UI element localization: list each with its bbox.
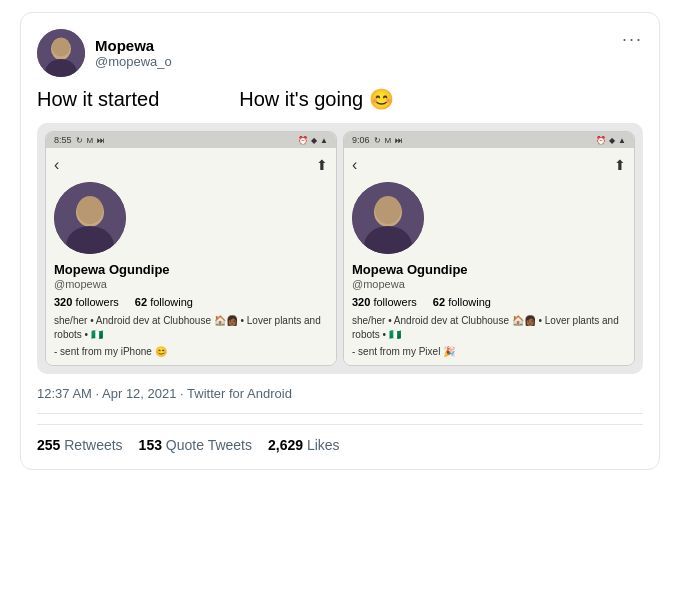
display-name: Mopewa xyxy=(95,37,172,54)
back-button-left[interactable]: ‹ xyxy=(54,156,59,174)
user-info: Mopewa @mopewa_o xyxy=(95,37,172,69)
alarm-icon-left: ⏰ xyxy=(298,136,308,145)
tweet-meta: 12:37 AM · Apr 12, 2021 · Twitter for An… xyxy=(37,386,643,401)
retweets-label: Retweets xyxy=(64,437,122,453)
svg-point-7 xyxy=(77,196,103,224)
avatar-image xyxy=(37,29,85,77)
retweets-stat[interactable]: 255 Retweets xyxy=(37,437,123,453)
status-bar-right-left-section: 9:06 ↻ M ⏭ xyxy=(352,135,403,145)
share-button-left[interactable]: ⬆ xyxy=(316,157,328,173)
signal-bars-left: ▲ xyxy=(320,136,328,145)
divider-top xyxy=(37,413,643,414)
phone-frame-left: 8:55 ↻ M ⏭ ⏰ ◆ ▲ ‹ ⬆ xyxy=(45,131,337,366)
status-bar-right: 9:06 ↻ M ⏭ ⏰ ◆ ▲ xyxy=(344,132,634,148)
status-bar-right-right-section: ⏰ ◆ ▲ xyxy=(596,136,626,145)
time-left: 8:55 xyxy=(54,135,72,145)
signal-bars-right: ▲ xyxy=(618,136,626,145)
likes-count: 2,629 xyxy=(268,437,303,453)
phone-content-right: ‹ ⬆ Mopewa Ogundipe @mopewa 320 follower… xyxy=(344,148,634,365)
profile-handle-right: @mopewa xyxy=(352,278,626,290)
profile-bio-left: she/her • Android dev at Clubhouse 🏠👩🏾 •… xyxy=(54,314,328,342)
profile-name-left: Mopewa Ogundipe xyxy=(54,262,328,277)
label-right: How it's going 😊 xyxy=(239,87,393,111)
phone-nav-right: ‹ ⬆ xyxy=(352,156,626,174)
alarm-icon-right: ⏰ xyxy=(596,136,606,145)
profile-bio-right: she/her • Android dev at Clubhouse 🏠👩🏾 •… xyxy=(352,314,626,342)
profile-name-right: Mopewa Ogundipe xyxy=(352,262,626,277)
mail-icon-left: M xyxy=(87,136,94,145)
profile-stats-right: 320 followers 62 following xyxy=(352,296,626,308)
svg-point-11 xyxy=(375,196,401,224)
profile-handle-left: @mopewa xyxy=(54,278,328,290)
avatar xyxy=(37,29,85,77)
tweet-header-left: Mopewa @mopewa_o xyxy=(37,29,172,77)
phone-screenshots: 8:55 ↻ M ⏭ ⏰ ◆ ▲ ‹ ⬆ xyxy=(37,123,643,374)
phone-content-left: ‹ ⬆ Mopewa Ogundipe @mopewa 320 follower… xyxy=(46,148,336,365)
quote-tweets-label: Quote Tweets xyxy=(166,437,252,453)
signal-icon-left: ↻ xyxy=(76,136,83,145)
following-right: 62 following xyxy=(433,296,491,308)
back-button-right[interactable]: ‹ xyxy=(352,156,357,174)
status-bar-right-section-left: ⏰ ◆ ▲ xyxy=(298,136,328,145)
profile-avatar-left xyxy=(54,182,126,254)
phone-nav-left: ‹ ⬆ xyxy=(54,156,328,174)
likes-stat[interactable]: 2,629 Likes xyxy=(268,437,340,453)
tweet-labels-row: How it started How it's going 😊 xyxy=(37,87,643,111)
svg-point-3 xyxy=(52,38,70,57)
skip-icon-left: ⏭ xyxy=(97,136,105,145)
timestamp: 12:37 AM · Apr 12, 2021 · Twitter for An… xyxy=(37,386,292,401)
quote-tweets-count: 153 xyxy=(139,437,162,453)
label-left: How it started xyxy=(37,88,159,111)
retweets-count: 255 xyxy=(37,437,60,453)
time-right: 9:06 xyxy=(352,135,370,145)
status-bar-left-section: 8:55 ↻ M ⏭ xyxy=(54,135,105,145)
mail-icon-right: M xyxy=(385,136,392,145)
quote-tweets-stat[interactable]: 153 Quote Tweets xyxy=(139,437,252,453)
followers-left: 320 followers xyxy=(54,296,119,308)
profile-source-right: - sent from my Pixel 🎉 xyxy=(352,346,626,357)
tweet-stats: 255 Retweets 153 Quote Tweets 2,629 Like… xyxy=(37,424,643,453)
signal-icon-right: ↻ xyxy=(374,136,381,145)
share-button-right[interactable]: ⬆ xyxy=(614,157,626,173)
profile-source-left: - sent from my iPhone 😊 xyxy=(54,346,328,357)
wifi-icon-right: ◆ xyxy=(609,136,615,145)
skip-icon-right: ⏭ xyxy=(395,136,403,145)
status-bar-left: 8:55 ↻ M ⏭ ⏰ ◆ ▲ xyxy=(46,132,336,148)
more-options-button[interactable]: ··· xyxy=(622,29,643,50)
profile-avatar-right xyxy=(352,182,424,254)
profile-stats-left: 320 followers 62 following xyxy=(54,296,328,308)
tweet-header: Mopewa @mopewa_o ··· xyxy=(37,29,643,77)
phone-frame-right: 9:06 ↻ M ⏭ ⏰ ◆ ▲ ‹ ⬆ xyxy=(343,131,635,366)
likes-label: Likes xyxy=(307,437,340,453)
tweet-card: Mopewa @mopewa_o ··· How it started How … xyxy=(20,12,660,470)
username: @mopewa_o xyxy=(95,54,172,69)
following-left: 62 following xyxy=(135,296,193,308)
followers-right: 320 followers xyxy=(352,296,417,308)
wifi-icon-left: ◆ xyxy=(311,136,317,145)
